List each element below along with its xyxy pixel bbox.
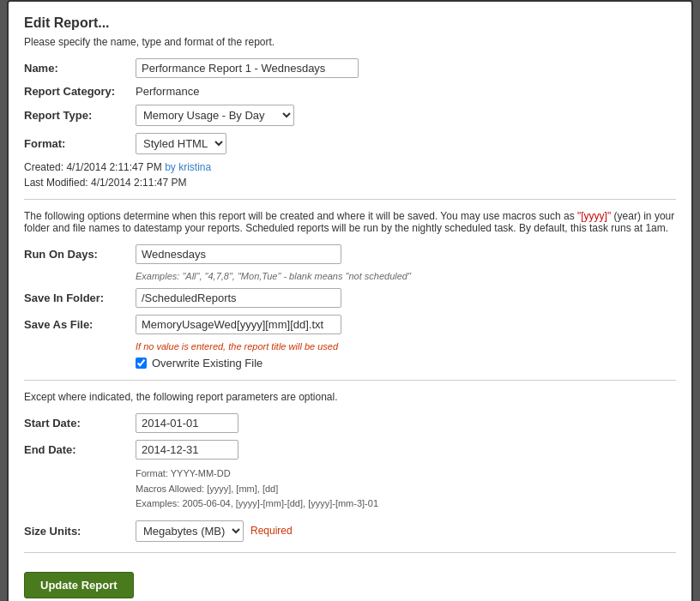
format-row: Format: Styled HTML Plain HTML CSV: [24, 133, 676, 154]
name-input[interactable]: [136, 58, 359, 78]
save-folder-label: Save In Folder:: [24, 291, 136, 304]
report-type-label: Report Type:: [24, 109, 136, 122]
modified-info: Last Modified: 4/1/2014 2:11:47 PM: [24, 177, 676, 189]
save-folder-input[interactable]: [136, 288, 341, 308]
save-file-input[interactable]: [136, 315, 341, 334]
created-value: 4/1/2014 2:11:47 PM: [66, 161, 161, 173]
examples-line: Examples: 2005-06-04, [yyyy]-[mm]-[dd], …: [136, 496, 676, 512]
end-date-input[interactable]: [136, 440, 238, 460]
edit-report-window: Edit Report... Please specify the name, …: [7, 0, 693, 601]
format-select[interactable]: Styled HTML Plain HTML CSV: [136, 133, 226, 154]
save-file-label: Save As File:: [24, 318, 136, 331]
start-date-input[interactable]: [136, 413, 238, 433]
run-on-days-hint: Examples: "All", "4,7,8", "Mon,Tue" - bl…: [136, 271, 676, 281]
size-units-select[interactable]: Megabytes (MB) Gigabytes (GB) Kilobytes …: [136, 520, 244, 542]
size-units-row: Size Units: Megabytes (MB) Gigabytes (GB…: [24, 520, 676, 542]
created-label: Created:: [24, 161, 63, 173]
date-format-info: Format: YYYY-MM-DD Macros Allowed: [yyyy…: [136, 466, 676, 512]
page-title: Edit Report...: [24, 15, 676, 31]
overwrite-checkbox[interactable]: [136, 358, 147, 369]
created-info: Created: 4/1/2014 2:11:47 PM by kristina: [24, 161, 676, 173]
save-folder-row: Save In Folder:: [24, 288, 676, 308]
modified-label: Last Modified:: [24, 177, 88, 189]
params-section-note: Except where indicated, the following re…: [24, 391, 676, 403]
save-file-row: Save As File:: [24, 315, 676, 334]
report-category-row: Report Category: Performance: [24, 85, 676, 98]
divider-3: [24, 552, 676, 553]
update-report-button[interactable]: Update Report: [24, 572, 134, 598]
report-type-row: Report Type: Memory Usage - By Day Memor…: [24, 105, 676, 126]
save-file-hint: If no value is entered, the report title…: [136, 341, 676, 352]
size-units-required: Required: [250, 525, 293, 537]
divider-1: [24, 199, 676, 200]
overwrite-label: Overwrite Existing File: [152, 357, 262, 370]
format-label: Format:: [24, 137, 136, 150]
run-on-days-label: Run On Days:: [24, 248, 136, 261]
start-date-label: Start Date:: [24, 417, 136, 430]
schedule-section-note: The following options determine when thi…: [24, 210, 676, 234]
size-units-label: Size Units:: [24, 525, 136, 538]
date-format-line: Format: YYYY-MM-DD: [136, 466, 676, 482]
report-category-value: Performance: [136, 85, 199, 98]
name-label: Name:: [24, 62, 136, 75]
overwrite-row: Overwrite Existing File: [136, 357, 676, 370]
form-subtitle: Please specify the name, type and format…: [24, 36, 676, 48]
start-date-row: Start Date:: [24, 413, 676, 433]
end-date-label: End Date:: [24, 443, 136, 456]
modified-value: 4/1/2014 2:11:47 PM: [91, 177, 186, 189]
end-date-row: End Date:: [24, 440, 676, 460]
divider-2: [24, 380, 676, 381]
report-category-label: Report Category:: [24, 85, 136, 98]
name-row: Name:: [24, 58, 676, 78]
macro-highlight: "[yyyy]": [577, 210, 611, 222]
created-by: by kristina: [165, 161, 211, 173]
run-on-days-row: Run On Days:: [24, 244, 676, 264]
run-on-days-input[interactable]: [136, 244, 341, 264]
report-type-select[interactable]: Memory Usage - By Day Memory Usage - By …: [136, 105, 294, 126]
macros-allowed-line: Macros Allowed: [yyyy], [mm], [dd]: [136, 482, 676, 497]
